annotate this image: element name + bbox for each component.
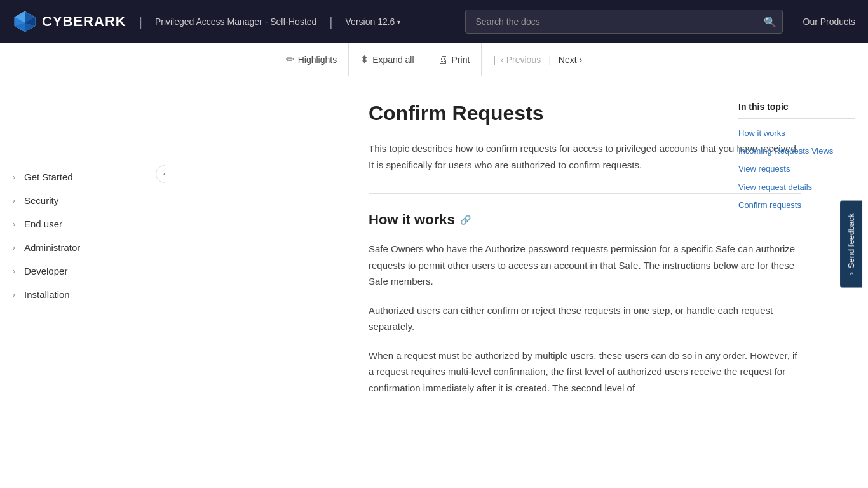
anchor-icon[interactable]: 🔗 [460,215,471,225]
sidebar-item-label: Administrator [24,242,80,253]
chevron-right-icon: › [13,267,15,276]
header-pipe2: | [329,15,332,29]
header-pipe: | [139,15,142,29]
main-header: CYBERARK | Privileged Access Manager - S… [0,0,868,43]
highlights-icon: ✏ [286,53,294,65]
toc-item-view-requests[interactable]: View requests [738,163,855,175]
highlights-label: Highlights [298,55,337,65]
section1-para1: Safe Owners who have the Authorize passw… [369,241,801,290]
expand-all-icon: ⬍ [360,53,369,65]
cyberark-logo-icon [13,10,37,34]
sidebar-item-administrator[interactable]: › Administrator [0,236,165,259]
page-wrapper: ‹ › Get Started › Security › End user › … [0,76,868,488]
sidebar-item-label: Security [24,195,58,206]
chevron-right-icon: › [13,173,15,182]
our-products-link[interactable]: Our Products [803,17,855,27]
previous-label: Previous [506,55,541,65]
sidebar-item-label: Installation [24,289,70,300]
feedback-label: Send feedback [846,213,856,268]
page-navigation: | ‹ Previous | Next › [482,55,593,65]
chevron-right-icon: › [13,220,15,229]
chevron-down-icon: ▾ [397,18,400,25]
search-input[interactable] [465,10,783,34]
sidebar-item-security[interactable]: › Security [0,189,165,212]
toc-item-confirm-requests[interactable]: Confirm requests [738,200,855,211]
search-button[interactable]: 🔍 [764,16,776,28]
section1-para3: When a request must be authorized by mul… [369,348,801,396]
logo-text: CYBERARK [42,13,126,30]
next-button[interactable]: Next › [559,55,582,65]
toc-item-incoming-requests-views[interactable]: Incoming Requests Views [738,146,855,157]
version-label: Version 12.6 [346,17,395,27]
chevron-right-icon: › [13,290,15,299]
previous-button[interactable]: ‹ Previous [501,55,541,65]
nav-separator: | [493,55,496,65]
chevron-right-icon: › [13,196,15,205]
feedback-arrow-icon: › [846,272,856,274]
toc-item-view-request-details[interactable]: View request details [738,182,855,193]
sidebar-item-end-user[interactable]: › End user [0,212,165,236]
print-button[interactable]: 🖨 Print [426,43,482,76]
print-icon: 🖨 [438,54,448,65]
sidebar-item-label: Get Started [24,172,73,182]
section1-para2: Authorized users can either confirm or r… [369,302,801,335]
expand-all-button[interactable]: ⬍ Expand all [349,43,426,76]
toc-title: In this topic [738,102,855,119]
version-selector[interactable]: Version 12.6 ▾ [346,17,401,27]
expand-all-label: Expand all [372,55,414,65]
content-toolbar: ✏ Highlights ⬍ Expand all 🖨 Print | ‹ Pr… [0,43,868,76]
sidebar-item-installation[interactable]: › Installation [0,283,165,306]
print-label: Print [452,55,470,65]
search-bar: 🔍 [465,10,783,34]
nav-separator2: | [548,55,551,65]
highlights-button[interactable]: ✏ Highlights [275,43,349,76]
next-label: Next [559,55,577,65]
toc-item-how-it-works[interactable]: How it works [738,128,855,139]
feedback-tab[interactable]: › Send feedback [840,200,862,287]
sidebar-item-label: Developer [24,266,67,276]
sidebar: ‹ › Get Started › Security › End user › … [0,152,165,488]
section1-heading-text: How it works [369,212,455,228]
logo-link[interactable]: CYBERARK [13,10,126,34]
product-name: Privileged Access Manager - Self-Hosted [155,17,316,27]
arrow-left-icon: ‹ [501,55,504,65]
sidebar-item-get-started[interactable]: › Get Started [0,165,165,189]
arrow-right-icon: › [580,55,583,65]
sidebar-item-label: End user [24,219,62,229]
chevron-right-icon: › [13,243,15,252]
sidebar-item-developer[interactable]: › Developer [0,259,165,283]
